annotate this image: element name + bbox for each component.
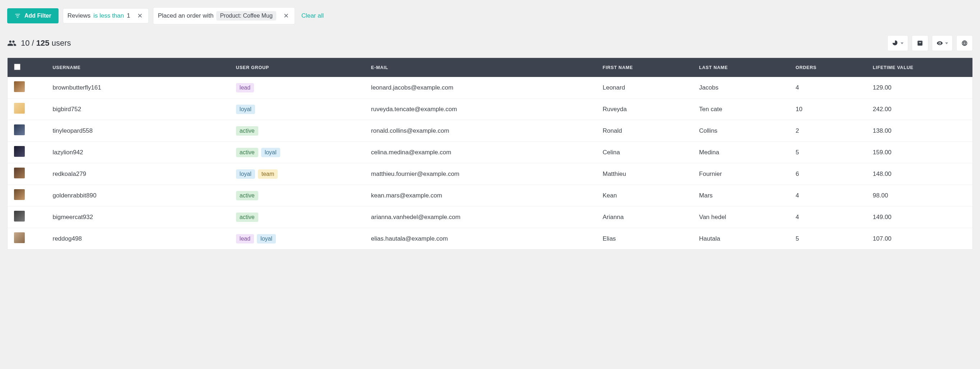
clear-all-filters[interactable]: Clear all: [301, 12, 324, 19]
group-tag: active: [236, 126, 258, 136]
cell-firstname: Elias: [596, 228, 693, 249]
cell-select: [8, 228, 46, 249]
table-row[interactable]: tinyleopard558activeronald.collins@examp…: [8, 120, 972, 142]
filter-bar: Add Filter Reviews is less than 1✕Placed…: [7, 7, 973, 24]
cell-email: ruveyda.tencate@example.com: [364, 99, 597, 120]
table-row[interactable]: lazylion942activeloyalcelina.medina@exam…: [8, 142, 972, 163]
users-table: Username User Group E-mail First Name La…: [7, 58, 973, 249]
visibility-menu-button[interactable]: [932, 35, 953, 51]
cell-orders: 5: [789, 228, 867, 249]
cell-group: activeloyal: [229, 142, 364, 163]
cell-group: leadloyal: [229, 228, 364, 249]
close-icon[interactable]: ✕: [136, 13, 144, 19]
table-row[interactable]: goldenrabbit890activekean.mars@example.c…: [8, 185, 972, 206]
globe-button[interactable]: [956, 35, 973, 51]
filter-chip[interactable]: Reviews is less than 1✕: [63, 8, 149, 23]
avatar: [14, 81, 25, 92]
pie-chart-icon: [892, 40, 899, 46]
cell-username: redkoala279: [46, 163, 229, 185]
cell-username: bigbird752: [46, 99, 229, 120]
cell-select: [8, 120, 46, 142]
col-ltv[interactable]: Lifetime Value: [867, 58, 972, 77]
cell-orders: 2: [789, 120, 867, 142]
filter-chip[interactable]: Placed an order withProduct: Coffee Mug✕: [153, 7, 294, 24]
cell-email: kean.mars@example.com: [364, 185, 597, 206]
cell-firstname: Celina: [596, 142, 693, 163]
table-row[interactable]: redkoala279loyalteammatthieu.fournier@ex…: [8, 163, 972, 185]
cell-ltv: 98.00: [867, 185, 972, 206]
cell-lastname: Mars: [693, 185, 789, 206]
eye-icon: [937, 40, 943, 46]
avatar: [14, 103, 25, 113]
export-icon: [917, 40, 923, 46]
toolbar: [887, 35, 973, 51]
avatar: [14, 168, 25, 178]
cell-group: active: [229, 185, 364, 206]
group-tag: active: [236, 148, 258, 157]
table-row[interactable]: reddog498leadloyalelias.hautala@example.…: [8, 228, 972, 249]
group-tag: active: [236, 212, 258, 222]
chart-menu-button[interactable]: [887, 35, 908, 51]
cell-username: goldenrabbit890: [46, 185, 229, 206]
cell-group: lead: [229, 77, 364, 99]
filter-value: 1: [127, 12, 130, 19]
avatar: [14, 125, 25, 135]
results-count: 10 / 125 users: [7, 38, 71, 48]
group-tag: team: [258, 169, 278, 179]
group-tag: active: [236, 191, 258, 200]
filter-icon: [14, 13, 21, 19]
col-firstname[interactable]: First Name: [596, 58, 693, 77]
cell-email: leonard.jacobs@example.com: [364, 77, 597, 99]
visible-count: 10: [21, 38, 29, 48]
chevron-down-icon: [945, 42, 948, 44]
add-filter-button[interactable]: Add Filter: [7, 8, 59, 23]
cell-username: lazylion942: [46, 142, 229, 163]
avatar: [14, 146, 25, 157]
cell-ltv: 138.00: [867, 120, 972, 142]
cell-firstname: Matthieu: [596, 163, 693, 185]
cell-orders: 5: [789, 142, 867, 163]
export-button[interactable]: [912, 35, 928, 51]
chevron-down-icon: [900, 42, 904, 44]
table-row[interactable]: bigmeercat932activearianna.vanhedel@exam…: [8, 206, 972, 228]
avatar: [14, 211, 25, 222]
cell-select: [8, 206, 46, 228]
table-row[interactable]: bigbird752loyalruveyda.tencate@example.c…: [8, 99, 972, 120]
cell-ltv: 159.00: [867, 142, 972, 163]
total-count: 125: [36, 38, 49, 48]
cell-email: matthieu.fournier@example.com: [364, 163, 597, 185]
cell-lastname: Van hedel: [693, 206, 789, 228]
cell-lastname: Collins: [693, 120, 789, 142]
cell-firstname: Leonard: [596, 77, 693, 99]
cell-group: loyal: [229, 99, 364, 120]
cell-orders: 4: [789, 185, 867, 206]
cell-email: arianna.vanhedel@example.com: [364, 206, 597, 228]
filter-operator: is less than: [94, 12, 124, 19]
cell-firstname: Ruveyda: [596, 99, 693, 120]
cell-username: bigmeercat932: [46, 206, 229, 228]
close-icon[interactable]: ✕: [282, 13, 290, 19]
cell-firstname: Arianna: [596, 206, 693, 228]
col-orders[interactable]: Orders: [789, 58, 867, 77]
select-all-checkbox[interactable]: [14, 64, 21, 70]
add-filter-label: Add Filter: [24, 13, 51, 19]
col-email[interactable]: E-mail: [364, 58, 597, 77]
cell-email: elias.hautala@example.com: [364, 228, 597, 249]
col-group[interactable]: User Group: [229, 58, 364, 77]
col-lastname[interactable]: Last Name: [693, 58, 789, 77]
cell-ltv: 149.00: [867, 206, 972, 228]
group-tag: loyal: [236, 105, 255, 114]
cell-lastname: Ten cate: [693, 99, 789, 120]
cell-lastname: Fournier: [693, 163, 789, 185]
table-row[interactable]: brownbutterfly161leadleonard.jacobs@exam…: [8, 77, 972, 99]
cell-username: reddog498: [46, 228, 229, 249]
cell-select: [8, 142, 46, 163]
group-tag: loyal: [236, 169, 255, 179]
cell-orders: 10: [789, 99, 867, 120]
filter-token: Product: Coffee Mug: [216, 11, 276, 21]
avatar: [14, 232, 25, 243]
cell-firstname: Ronald: [596, 120, 693, 142]
status-row: 10 / 125 users: [7, 35, 973, 51]
col-username[interactable]: Username: [46, 58, 229, 77]
cell-ltv: 148.00: [867, 163, 972, 185]
